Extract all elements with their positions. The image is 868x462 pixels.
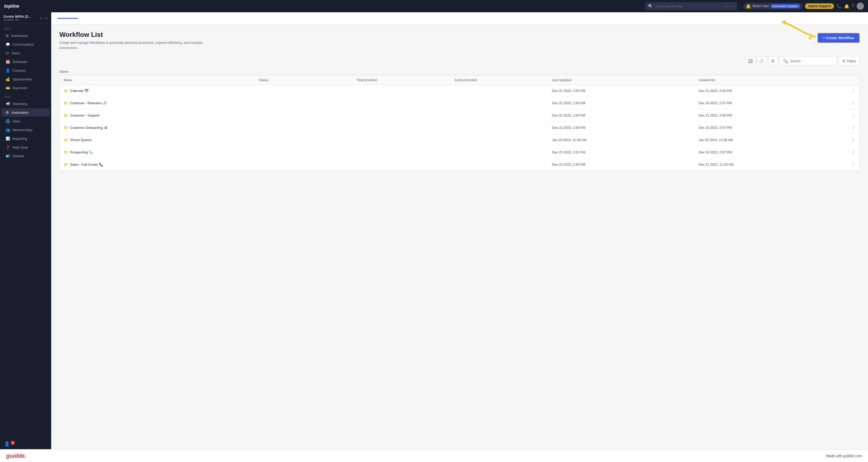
row-created-on: Jan 23 2024, 11:38 AM bbox=[699, 138, 845, 142]
more-options-button[interactable]: ⋮ bbox=[845, 137, 856, 143]
sidebar-item-label: Reporting bbox=[12, 137, 27, 141]
table-row[interactable]: 📁 Customer Onboarding 🖥 Dec 21 2022, 2:3… bbox=[60, 122, 860, 134]
workflow-name: Calendar 📅 bbox=[70, 89, 89, 93]
sidebar-item-label: Mailfold bbox=[12, 154, 24, 158]
guidde-tagline: Made with guidde.com bbox=[826, 454, 862, 458]
page-title-block: Workflow List Create and manage Workflow… bbox=[59, 31, 208, 50]
user-icon[interactable]: 👤 bbox=[4, 441, 10, 446]
row-name: 📁 Phone System bbox=[64, 138, 259, 142]
search-shortcut: Ctrl + K bbox=[724, 5, 734, 8]
table-row[interactable]: 📁 Prospecting 🔍 Dec 21 2022, 2:31 PM Dec… bbox=[60, 146, 860, 158]
sidebar-item-tasks[interactable]: ☑ Tasks bbox=[2, 49, 50, 57]
filters-button[interactable]: ☰ Filters bbox=[839, 56, 860, 66]
row-created-on: Dec 16 2022, 2:57 PM bbox=[699, 126, 845, 130]
workflow-table: Name Status Total Enrolled Active Enroll… bbox=[59, 75, 860, 171]
page-title: Workflow List bbox=[59, 31, 208, 39]
workflow-name: Customer - Support bbox=[70, 114, 99, 117]
list-icon-button[interactable]: ☰ bbox=[768, 56, 778, 66]
table-header: Name Status Total Enrolled Active Enroll… bbox=[60, 76, 860, 85]
mailfold-icon: 📬 bbox=[6, 154, 10, 158]
row-name: 📁 Sales - Call Center 📞 bbox=[64, 163, 259, 167]
help-icon[interactable]: ? bbox=[852, 4, 854, 8]
sidebar-item-memberships[interactable]: 👥 Memberships bbox=[2, 126, 50, 134]
folder-icon: 📁 bbox=[64, 150, 68, 154]
workspace-name: Dunder Mifflin [D... bbox=[4, 15, 31, 19]
table-row[interactable]: 📁 Sales - Call Center 📞 Dec 21 2022, 2:3… bbox=[60, 158, 860, 171]
table-row[interactable]: 📁 Calendar 📅 Dec 21 2022, 2:30 PM Dec 21… bbox=[60, 85, 860, 97]
workflow-name: Phone System bbox=[70, 138, 92, 142]
sidebar-item-label: Contacts bbox=[12, 69, 26, 72]
folder-button[interactable]: 📁 bbox=[806, 33, 815, 42]
refresh-icon-button[interactable]: 🔄 bbox=[746, 56, 755, 66]
row-last-updated: Dec 21 2022, 2:30 PM bbox=[552, 163, 699, 166]
more-options-button[interactable]: ⋮ bbox=[845, 113, 856, 118]
automation-icon: ⚙ bbox=[6, 111, 9, 115]
workflow-name: Sales - Call Center 📞 bbox=[70, 163, 103, 166]
sidebar-item-sites[interactable]: 🌐 Sites bbox=[2, 117, 50, 125]
phone-icon[interactable]: 📞 bbox=[837, 4, 842, 9]
contacts-icon: 👤 bbox=[6, 68, 10, 72]
col-header-last-updated: Last Updated bbox=[552, 79, 699, 82]
more-options-button[interactable]: ⋮ bbox=[845, 101, 856, 105]
content-body: Workflow List Create and manage Workflow… bbox=[51, 25, 868, 177]
workflow-search-input[interactable] bbox=[790, 59, 833, 63]
sidebar-item-automation[interactable]: ⚙ Automation bbox=[2, 108, 50, 117]
sidebar-item-payments[interactable]: 💳 Payments bbox=[2, 84, 50, 92]
sites-icon: 🌐 bbox=[6, 119, 10, 123]
global-search-bar[interactable]: 🔍 Ctrl + K bbox=[645, 2, 737, 10]
more-options-button[interactable]: ⋮ bbox=[845, 162, 856, 167]
folder-icon: 📁 bbox=[64, 114, 68, 118]
breadcrumb-indicator bbox=[57, 18, 78, 19]
col-header-active-enrolled: Active Enrolled bbox=[455, 79, 552, 82]
bell-icon: 🔔 bbox=[746, 4, 751, 9]
sidebar-item-marketing[interactable]: 📢 Marketing bbox=[2, 100, 50, 108]
col-header-total-enrolled: Total Enrolled bbox=[357, 79, 455, 82]
workspace-sub: Scranton, PA bbox=[4, 19, 31, 21]
sidebar-item-mailfold[interactable]: 📬 Mailfold bbox=[2, 152, 50, 160]
sidebar-bottom: 👤 4 bbox=[0, 438, 51, 449]
tools-section-label: Tools bbox=[0, 92, 51, 99]
sidebar-item-label: Payments bbox=[12, 86, 27, 90]
table-row[interactable]: 📁 Customer - Support Dec 21 2022, 2:30 P… bbox=[60, 110, 860, 122]
sidebar-item-dashboard[interactable]: ⊞ Dashboard bbox=[2, 31, 50, 40]
filter-icon: ☰ bbox=[842, 59, 845, 63]
apps-section-label: Apps bbox=[0, 24, 51, 31]
user-avatar[interactable] bbox=[857, 3, 864, 10]
guidde-footer: guidde. Made with guidde.com bbox=[0, 449, 868, 462]
notification-icon[interactable]: 🔔 bbox=[844, 4, 849, 9]
tasks-icon: ☑ bbox=[6, 51, 9, 55]
sidebar-item-label: Conversations bbox=[12, 42, 34, 47]
app-logo: topline bbox=[4, 4, 19, 9]
row-last-updated: Dec 21 2022, 2:30 PM bbox=[552, 126, 699, 130]
more-options-button[interactable]: ⋮ bbox=[845, 88, 856, 93]
layout-icon: ⊟ bbox=[44, 16, 48, 20]
sidebar-item-contacts[interactable]: 👤 Contacts bbox=[2, 66, 50, 74]
global-search-input[interactable] bbox=[655, 4, 722, 8]
workspace-selector[interactable]: Dunder Mifflin [D... Scranton, PA ▾ ⊟ bbox=[0, 12, 51, 24]
sidebar-item-conversations[interactable]: 💬 Conversations bbox=[2, 40, 50, 49]
marketing-icon: 📢 bbox=[6, 102, 10, 106]
workflow-search-field[interactable]: 🔍 bbox=[780, 56, 837, 66]
table-row[interactable]: 📁 Phone System Jan 23 2024, 11:38 AM Jan… bbox=[60, 134, 860, 146]
create-workflow-button[interactable]: + Create Workflow bbox=[817, 33, 860, 43]
row-name: 📁 Calendar 📅 bbox=[64, 89, 259, 93]
sidebar: Dunder Mifflin [D... Scranton, PA ▾ ⊟ Ap… bbox=[0, 12, 51, 449]
row-last-updated: Dec 21 2022, 2:30 PM bbox=[552, 101, 699, 105]
whats-new-button[interactable]: 🔔 What's New Automation Updates bbox=[743, 3, 802, 10]
sidebar-item-scheduler[interactable]: 📅 Scheduler bbox=[2, 58, 50, 66]
sidebar-item-reporting[interactable]: 📊 Reporting bbox=[2, 134, 50, 143]
table-row[interactable]: 📁 Customer - Retention 🔗 Dec 21 2022, 2:… bbox=[60, 97, 860, 110]
sidebar-item-help-desk[interactable]: ❓ Help Desk bbox=[2, 143, 50, 151]
notification-count-badge: 4 bbox=[11, 441, 15, 445]
opportunities-icon: 💰 bbox=[6, 77, 10, 81]
sidebar-item-opportunities[interactable]: 💰 Opportunities bbox=[2, 75, 50, 83]
support-button[interactable]: topline Support bbox=[805, 3, 834, 9]
help-desk-icon: ❓ bbox=[6, 145, 10, 149]
more-options-button[interactable]: ⋮ bbox=[845, 125, 856, 130]
sidebar-item-label: Marketing bbox=[12, 102, 27, 106]
clock-icon-button[interactable]: 🕐 bbox=[757, 56, 766, 66]
more-options-button[interactable]: ⋮ bbox=[845, 150, 856, 155]
top-navigation: topline 🔍 Ctrl + K 🔔 What's New Automati… bbox=[0, 0, 868, 12]
sidebar-item-label: Sites bbox=[12, 119, 20, 123]
memberships-icon: 👥 bbox=[6, 128, 10, 132]
